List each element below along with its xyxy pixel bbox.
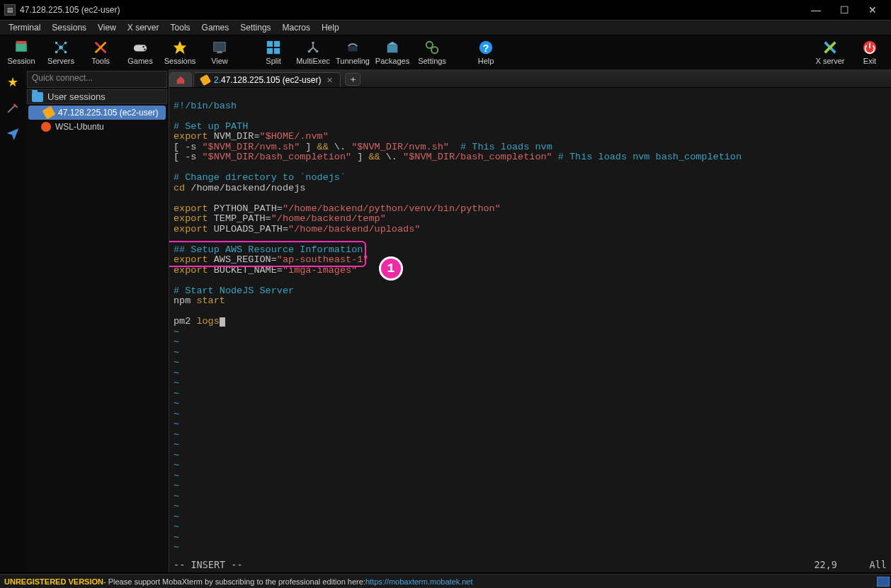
terminal[interactable]: #!/bin/bash # Set up PATH export NVM_DIR…	[169, 88, 891, 572]
svg-rect-12	[217, 52, 222, 54]
resize-grip[interactable]	[877, 577, 890, 587]
menu-settings[interactable]: Settings	[234, 21, 276, 34]
toolbar-tunneling[interactable]: Tunneling	[333, 36, 373, 69]
toolbar-packages[interactable]: Packages	[373, 36, 412, 69]
wrench-icon	[42, 106, 55, 119]
svg-rect-14	[274, 41, 280, 47]
svg-rect-15	[267, 48, 273, 54]
svg-point-22	[426, 42, 433, 48]
toolbar-tools[interactable]: Tools	[81, 36, 120, 69]
svg-rect-20	[348, 46, 358, 51]
sftp-icon[interactable]	[3, 98, 23, 118]
svg-text:?: ?	[483, 43, 489, 54]
toolbar-view[interactable]: View	[200, 36, 239, 69]
menu-games[interactable]: Games	[196, 21, 235, 34]
window-title: 47.128.225.105 (ec2-user)	[20, 5, 802, 15]
cursor	[220, 317, 225, 327]
sessions-folder[interactable]: User sessions	[27, 89, 167, 104]
menu-view[interactable]: View	[92, 21, 122, 34]
menu-terminal[interactable]: Terminal	[3, 21, 46, 34]
tab-home[interactable]	[169, 72, 192, 87]
svg-rect-0	[16, 44, 27, 52]
tab-bar: 2. 47.128.225.105 (ec2-user) ✕ ＋	[169, 69, 891, 88]
maximize-button[interactable]: ☐	[830, 0, 858, 20]
svg-marker-10	[174, 41, 186, 54]
toolbar: Session Servers Tools Games Sessions Vie…	[0, 35, 891, 69]
svg-point-8	[142, 46, 144, 48]
menu-xserver[interactable]: X server	[122, 21, 165, 34]
toolbar-multiexec[interactable]: MultiExec	[293, 36, 333, 69]
svg-point-9	[144, 48, 146, 50]
toolbar-help[interactable]: ?Help	[466, 36, 506, 69]
wrench-icon	[200, 74, 211, 86]
ubuntu-icon	[41, 122, 51, 132]
menu-help[interactable]: Help	[316, 21, 345, 34]
session-item-1[interactable]: WSL-Ubuntu	[25, 120, 169, 134]
menu-sessions[interactable]: Sessions	[46, 21, 92, 34]
svg-rect-11	[214, 43, 226, 52]
unregistered-badge: UNREGISTERED VERSION	[4, 577, 103, 586]
toolbar-servers[interactable]: Servers	[41, 36, 81, 69]
app-icon: ▤	[4, 4, 16, 16]
svg-point-23	[431, 47, 438, 53]
footer-link[interactable]: https://mobaxterm.mobatek.net	[365, 577, 473, 586]
svg-rect-27	[869, 43, 870, 48]
send-icon[interactable]	[3, 123, 23, 143]
favorites-icon[interactable]: ★	[3, 72, 23, 92]
toolbar-settings[interactable]: Settings	[412, 36, 452, 69]
tab-active[interactable]: 2. 47.128.225.105 (ec2-user) ✕	[193, 72, 341, 87]
toolbar-session[interactable]: Session	[1, 36, 41, 69]
svg-point-18	[308, 50, 311, 53]
menu-macros[interactable]: Macros	[277, 21, 316, 34]
close-button[interactable]: ✕	[858, 0, 887, 20]
annotation-highlight-box	[169, 241, 366, 267]
new-tab-button[interactable]: ＋	[345, 73, 361, 86]
svg-point-19	[316, 50, 319, 53]
sidebar: Quick connect... User sessions 47.128.22…	[25, 69, 169, 572]
session-item-0[interactable]: 47.128.225.105 (ec2-user)	[28, 106, 166, 120]
svg-rect-21	[387, 45, 398, 52]
menu-tools[interactable]: Tools	[165, 21, 196, 34]
toolbar-sessions2[interactable]: Sessions	[160, 36, 200, 69]
left-icon-bar: ★	[0, 69, 25, 572]
svg-rect-16	[274, 48, 280, 54]
svg-rect-13	[267, 41, 273, 47]
tab-close-icon[interactable]: ✕	[327, 76, 333, 85]
minimize-button[interactable]: —	[802, 0, 830, 20]
title-bar: ▤ 47.128.225.105 (ec2-user) — ☐ ✕	[0, 0, 891, 20]
quick-connect-input[interactable]: Quick connect...	[27, 71, 167, 88]
folder-icon	[32, 92, 43, 102]
toolbar-exit[interactable]: Exit	[850, 36, 890, 69]
menu-bar: Terminal Sessions View X server Tools Ga…	[0, 20, 891, 35]
toolbar-xserver[interactable]: X server	[810, 36, 850, 69]
vim-status-line: -- INSERT -- 22,9 All	[174, 560, 887, 570]
toolbar-split[interactable]: Split	[254, 36, 293, 69]
annotation-marker-1: 1	[379, 256, 403, 281]
toolbar-games[interactable]: Games	[120, 36, 160, 69]
svg-rect-1	[16, 41, 27, 44]
footer: UNREGISTERED VERSION - Please support Mo…	[0, 574, 891, 588]
svg-point-17	[312, 42, 314, 45]
